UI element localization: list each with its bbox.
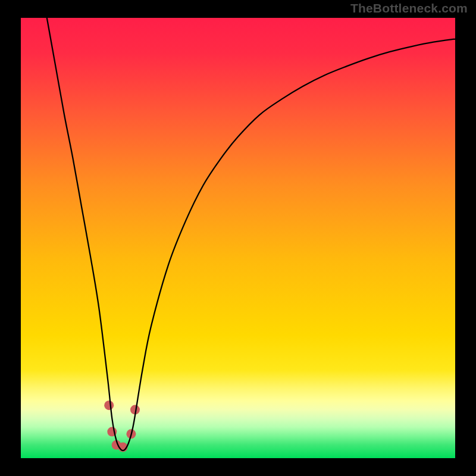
chart-svg xyxy=(21,18,455,458)
watermark-text: TheBottleneck.com xyxy=(350,1,468,15)
plot-area xyxy=(21,18,455,458)
marker-dot xyxy=(104,400,114,410)
gradient-background xyxy=(21,18,455,458)
chart-container: TheBottleneck.com xyxy=(0,0,476,476)
